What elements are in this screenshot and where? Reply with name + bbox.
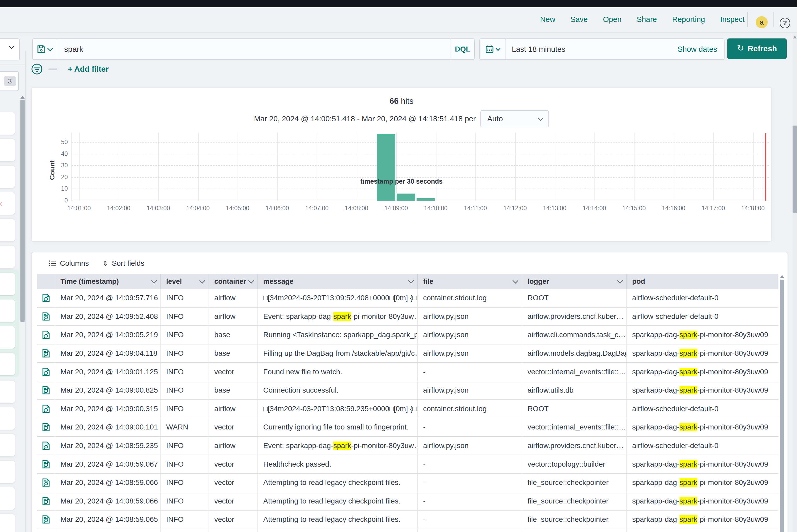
inspect-document-icon bbox=[42, 312, 50, 321]
cell-logger: ROOT bbox=[522, 289, 627, 307]
expand-row-button[interactable] bbox=[37, 437, 55, 455]
left-panel-card[interactable]: × bbox=[0, 192, 15, 215]
date-picker-menu-button[interactable] bbox=[480, 39, 505, 59]
help-icon[interactable]: ? bbox=[780, 18, 790, 28]
topnav-link-share[interactable]: Share bbox=[636, 15, 657, 24]
left-panel-card[interactable] bbox=[0, 381, 15, 403]
table-row: Mar 20, 2024 @ 14:09:01.125INFOvectorFou… bbox=[37, 363, 778, 381]
app-header: NewSaveOpenShareReportingInspect a ? bbox=[0, 7, 797, 33]
histogram-bar[interactable] bbox=[416, 198, 435, 201]
left-panel-card[interactable] bbox=[0, 461, 15, 483]
left-panel-card[interactable] bbox=[0, 434, 15, 456]
left-panel-card[interactable] bbox=[0, 353, 15, 375]
time-range-value[interactable]: Last 18 minutes bbox=[505, 45, 678, 54]
table-row: Mar 20, 2024 @ 14:09:52.408INFOairflowEv… bbox=[37, 308, 778, 326]
cell-logger: vector::topology::builder bbox=[522, 455, 627, 473]
left-panel-card[interactable] bbox=[0, 219, 15, 242]
cell-level: INFO bbox=[161, 492, 209, 510]
column-header-container[interactable]: container bbox=[209, 274, 258, 289]
left-panel-card[interactable] bbox=[0, 300, 15, 322]
topnav-link-open[interactable]: Open bbox=[603, 15, 622, 24]
expand-row-button[interactable] bbox=[37, 529, 55, 532]
topnav-link-new[interactable]: New bbox=[540, 15, 555, 24]
add-filter-button[interactable]: + Add filter bbox=[68, 64, 109, 74]
expand-row-button[interactable] bbox=[37, 308, 55, 326]
left-scrollbar-up-icon[interactable] bbox=[20, 96, 24, 99]
x-tick-label: 14:10:00 bbox=[424, 205, 448, 212]
left-panel-card[interactable] bbox=[0, 139, 15, 162]
column-header-time-timestamp-[interactable]: Time (timestamp) bbox=[55, 274, 161, 289]
left-panel-card[interactable] bbox=[0, 407, 15, 430]
left-panel-card[interactable] bbox=[0, 246, 15, 268]
search-input[interactable] bbox=[57, 45, 450, 54]
remove-icon[interactable]: × bbox=[0, 198, 3, 209]
chevron-down-icon bbox=[538, 115, 544, 121]
page-scrollbar[interactable] bbox=[793, 34, 797, 532]
columns-button[interactable]: Columns bbox=[49, 259, 89, 268]
left-scrollbar-thumb[interactable] bbox=[20, 100, 24, 322]
column-header-file[interactable]: file bbox=[418, 274, 522, 289]
expand-row-button[interactable] bbox=[37, 511, 55, 529]
cell-pod: sparkapp-dag-spark-pi-monitor-80y3uw09 bbox=[627, 381, 778, 399]
expand-row-button[interactable] bbox=[37, 289, 55, 307]
x-tick-label: 14:14:00 bbox=[583, 205, 606, 212]
left-panel-card[interactable] bbox=[0, 112, 15, 135]
saved-query-menu-button[interactable] bbox=[33, 39, 57, 59]
chevron-down-icon[interactable] bbox=[617, 278, 623, 284]
left-panel-count-box[interactable]: 3 bbox=[0, 71, 19, 91]
left-panel-card[interactable] bbox=[0, 273, 15, 295]
page-scrollbar-up-icon[interactable] bbox=[793, 36, 797, 38]
histogram-bar[interactable] bbox=[397, 193, 415, 201]
topnav-link-reporting[interactable]: Reporting bbox=[672, 15, 705, 24]
expand-row-button[interactable] bbox=[37, 492, 55, 510]
cell-logger: file_source::checkpointer bbox=[522, 511, 627, 529]
query-language-button[interactable]: DQL bbox=[450, 39, 474, 59]
left-panel-card[interactable] bbox=[0, 166, 15, 188]
column-header-pod[interactable]: pod bbox=[627, 274, 778, 289]
expand-row-button[interactable] bbox=[37, 455, 55, 473]
show-dates-button[interactable]: Show dates bbox=[678, 45, 724, 54]
column-header-logger[interactable]: logger bbox=[522, 274, 627, 289]
chevron-down-icon[interactable] bbox=[408, 278, 414, 284]
refresh-button[interactable]: ↻ Refresh bbox=[727, 38, 787, 59]
expand-row-button[interactable] bbox=[37, 474, 55, 492]
topnav-link-save[interactable]: Save bbox=[570, 15, 588, 24]
column-header-level[interactable]: level bbox=[161, 274, 209, 289]
left-panel-card[interactable] bbox=[0, 326, 15, 349]
left-panel-collapse-button[interactable] bbox=[0, 38, 20, 60]
expand-row-button[interactable] bbox=[37, 381, 55, 399]
expand-row-button[interactable] bbox=[37, 418, 55, 436]
highlight: spark bbox=[680, 330, 697, 339]
page-scrollbar-thumb[interactable] bbox=[793, 126, 797, 213]
cell-message: Currently ignoring file too small to fin… bbox=[258, 418, 418, 436]
cell-pod: sparkapp-dag-spark-pi-monitor-80y3uw09 bbox=[627, 418, 778, 436]
expand-row-button[interactable] bbox=[37, 363, 55, 381]
chevron-down-icon[interactable] bbox=[151, 278, 157, 284]
chevron-down-icon[interactable] bbox=[513, 278, 519, 284]
topnav-link-inspect[interactable]: Inspect bbox=[720, 15, 745, 24]
x-tick-label: 14:09:00 bbox=[384, 205, 408, 212]
left-panel-card[interactable] bbox=[0, 487, 15, 510]
calendar-icon bbox=[485, 45, 494, 53]
expand-row-button[interactable] bbox=[37, 326, 55, 344]
histogram-bar[interactable] bbox=[377, 134, 395, 201]
interval-select[interactable]: Auto bbox=[480, 110, 549, 127]
left-panel-card[interactable] bbox=[0, 514, 15, 532]
expand-row-button[interactable] bbox=[37, 344, 55, 362]
avatar[interactable]: a bbox=[756, 16, 768, 28]
cell-time: Mar 20, 2024 @ 14:08:59.066 bbox=[55, 474, 161, 492]
cell-pod: sparkapp-dag-spark-pi-monitor-80y3uw09 bbox=[627, 474, 778, 492]
chevron-down-icon bbox=[496, 46, 500, 51]
table-scrollbar-up-icon[interactable] bbox=[780, 275, 784, 278]
column-header-message[interactable]: message bbox=[258, 274, 418, 289]
expand-row-button[interactable] bbox=[37, 400, 55, 418]
cell-time: Mar 20, 2024 @ 14:09:00.101 bbox=[55, 418, 161, 436]
sort-fields-button[interactable]: ⇕ Sort fields bbox=[102, 259, 144, 268]
chevron-down-icon[interactable] bbox=[248, 278, 254, 284]
filter-icon[interactable] bbox=[31, 63, 43, 75]
cell-logger: airflow.cli.commands.task_c… bbox=[522, 326, 627, 344]
cell-message: Event: sparkapp-dag-spark-pi-monitor-80y… bbox=[258, 308, 418, 326]
chevron-down-icon[interactable] bbox=[199, 278, 205, 284]
browser-top-bar bbox=[0, 0, 797, 7]
table-scrollbar-thumb[interactable] bbox=[780, 280, 784, 532]
